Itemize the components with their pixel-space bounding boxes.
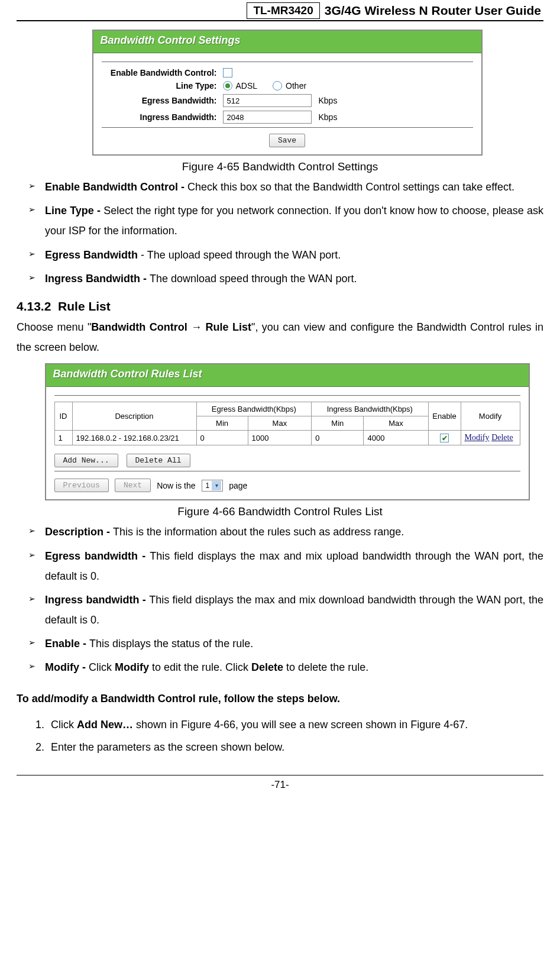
bullet-description: Description - This is the information ab…	[45, 522, 543, 542]
ingress-label: Ingress Bandwidth:	[102, 112, 223, 122]
bullet-ingress-bw: Ingress bandwidth - This field displays …	[45, 590, 543, 630]
chevron-down-icon: ▾	[212, 481, 221, 490]
enable-checkbox[interactable]	[223, 68, 232, 77]
col-id: ID	[54, 402, 72, 431]
line-type-adsl-label: ADSL	[236, 81, 258, 91]
divider	[54, 395, 520, 396]
panel-title: Bandwidth Control Rules List	[46, 364, 529, 387]
cell-modify: Modify Delete	[461, 431, 520, 445]
cell-desc: 192.168.0.2 - 192.168.0.23/21	[72, 431, 196, 445]
add-new-button[interactable]: Add New...	[54, 454, 118, 467]
model-box: TL-MR3420	[247, 2, 319, 19]
bullet-egress-bw: Egress bandwidth - This field displays t…	[45, 546, 543, 586]
table-row: 1 192.168.0.2 - 192.168.0.23/21 0 1000 0…	[54, 431, 520, 445]
bullet-ingress: Ingress Bandwidth - The download speed t…	[45, 269, 543, 289]
section-intro: Choose menu "Bandwidth Control → Rule Li…	[17, 317, 543, 357]
save-button[interactable]: Save	[269, 134, 305, 147]
section-heading: 4.13.2 Rule List	[17, 299, 543, 314]
rules-list-panel: Bandwidth Control Rules List ID Descript…	[45, 363, 530, 500]
line-type-label: Line Type:	[102, 81, 223, 91]
panel-title: Bandwidth Control Settings	[93, 31, 481, 53]
line-type-other-radio[interactable]	[273, 81, 282, 91]
egress-unit: Kbps	[319, 96, 338, 105]
cell-imin: 0	[312, 431, 364, 445]
pager-label-b: page	[229, 481, 247, 490]
egress-label: Egress Bandwidth:	[102, 96, 223, 105]
bandwidth-settings-panel: Bandwidth Control Settings Enable Bandwi…	[92, 30, 483, 156]
rules-table: ID Description Egress Bandwidth(Kbps) In…	[54, 402, 520, 445]
bullet-modify-rule: Modify - Click Modify to edit the rule. …	[45, 657, 543, 677]
col-ingress-min: Min	[312, 416, 364, 431]
cell-emax: 1000	[248, 431, 312, 445]
col-egress: Egress Bandwidth(Kbps)	[196, 402, 312, 416]
divider	[54, 471, 520, 471]
enable-label: Enable Bandwidth Control:	[102, 68, 223, 77]
guide-title: 3G/4G Wireless N Router User Guide	[320, 2, 543, 19]
bullet-enable: Enable Bandwidth Control - Check this bo…	[45, 177, 543, 197]
ingress-input[interactable]	[223, 111, 312, 124]
col-ingress-max: Max	[364, 416, 428, 431]
figure-caption-2: Figure 4-66 Bandwidth Control Rules List	[17, 505, 543, 518]
prev-button[interactable]: Previous	[54, 479, 109, 492]
cell-emin: 0	[196, 431, 248, 445]
page-select[interactable]: 1 ▾	[202, 480, 224, 492]
divider	[102, 127, 473, 128]
bullet-enable-rule: Enable - This displays the status of the…	[45, 634, 543, 654]
step-1: Click Add New… shown in Figure 4-66, you…	[47, 715, 543, 735]
step-2: Enter the parameters as the screen shown…	[47, 737, 543, 757]
bullet-line-type: Line Type - Select the right type for yo…	[45, 201, 543, 241]
delete-link[interactable]: Delete	[491, 433, 513, 442]
line-type-other-label: Other	[286, 81, 306, 91]
page-select-value: 1	[206, 482, 210, 490]
page-header: TL-MR3420 3G/4G Wireless N Router User G…	[17, 2, 543, 19]
cell-imax: 4000	[364, 431, 428, 445]
col-egress-min: Min	[196, 416, 248, 431]
next-button[interactable]: Next	[115, 479, 151, 492]
egress-input[interactable]	[223, 94, 312, 107]
ingress-unit: Kbps	[319, 112, 338, 122]
delete-all-button[interactable]: Delete All	[127, 454, 190, 467]
cell-id: 1	[54, 431, 72, 445]
col-ingress: Ingress Bandwidth(Kbps)	[312, 402, 428, 416]
pager-label-a: Now is the	[157, 481, 195, 490]
col-egress-max: Max	[248, 416, 312, 431]
col-modify: Modify	[461, 402, 520, 431]
modify-link[interactable]: Modify	[465, 433, 490, 442]
col-enable: Enable	[428, 402, 461, 431]
col-desc: Description	[72, 402, 196, 431]
bullet-egress: Egress Bandwidth - The upload speed thro…	[45, 245, 543, 265]
divider	[102, 62, 473, 62]
page-number: -71-	[17, 779, 543, 791]
footer-rule	[17, 775, 543, 775]
figure-caption-1: Figure 4-65 Bandwidth Control Settings	[17, 160, 543, 173]
row-enable-checkbox[interactable]: ✔	[440, 434, 449, 442]
line-type-adsl-radio[interactable]	[223, 81, 232, 91]
header-rule	[17, 20, 543, 21]
steps-heading: To add/modify a Bandwidth Control rule, …	[17, 689, 543, 709]
